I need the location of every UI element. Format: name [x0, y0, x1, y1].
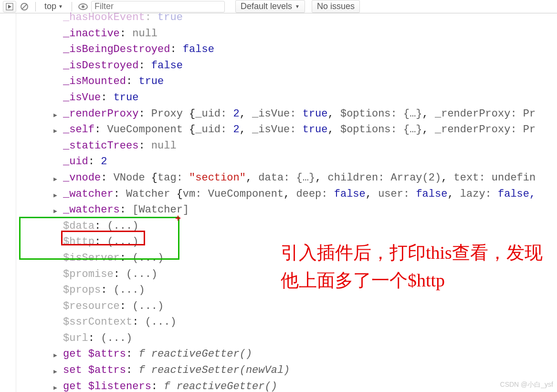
svg-point-5 — [82, 5, 84, 8]
property-value: 2 — [101, 156, 107, 168]
console-property-row[interactable]: $ssrContext: (...) — [16, 314, 557, 330]
console-property-row[interactable]: ▶_watcher: Watcher {vm: VueComponent, de… — [16, 186, 557, 202]
property-key: $props — [63, 284, 101, 296]
property-key: _isVue — [63, 92, 101, 104]
property-value: true — [158, 11, 183, 23]
getter-ellipsis[interactable]: (...) — [145, 316, 177, 328]
preview-key: lazy: — [460, 188, 498, 200]
console-property-row[interactable]: _isMounted: true — [16, 74, 557, 90]
preview-value: Pr — [523, 108, 536, 120]
property-key: _self — [63, 124, 95, 136]
console-property-row[interactable]: _isDestroyed: false — [16, 58, 557, 74]
property-key: _isMounted — [63, 75, 126, 87]
preview-key: _renderProxy: — [435, 124, 523, 136]
console-property-row[interactable]: ▶_self: VueComponent {_uid: 2, _isVue: t… — [16, 122, 557, 138]
svg-line-3 — [22, 4, 27, 9]
type-name: Proxy — [151, 108, 189, 120]
property-key: _hasHookEvent — [63, 11, 145, 23]
type-name: VNode — [114, 172, 151, 184]
console-property-row[interactable]: _inactive: null — [16, 26, 557, 42]
console-property-row[interactable]: ▶get $attrs: f reactiveGetter() — [16, 346, 557, 362]
preview-value: Array(2) — [391, 172, 441, 184]
expand-icon[interactable]: ▶ — [53, 348, 57, 364]
getter-ellipsis[interactable]: (...) — [107, 220, 138, 232]
console-output: _hasHookEvent: true_inactive: null_isBei… — [16, 10, 557, 392]
preview-value: "section" — [189, 172, 246, 184]
getter-ellipsis[interactable]: (...) — [107, 236, 138, 248]
expand-icon[interactable]: ▶ — [53, 380, 57, 392]
annotation-text: 引入插件后，打印this查看，发现他上面多了一个$http — [281, 239, 548, 294]
expand-icon[interactable]: ▶ — [53, 188, 57, 204]
property-value: false — [183, 43, 214, 55]
property-value: true — [138, 75, 164, 87]
preview-value: Pr — [523, 124, 536, 136]
console-property-row[interactable]: ▶_watchers: [Watcher] — [16, 202, 557, 218]
console-property-row[interactable]: ▶_vnode: VNode {tag: "section", data: {…… — [16, 170, 557, 186]
console-property-row[interactable]: _hasHookEvent: true — [16, 10, 557, 26]
console-property-row[interactable]: _isBeingDestroyed: false — [16, 42, 557, 58]
console-property-row[interactable]: $url: (...) — [16, 330, 557, 347]
property-key: _isBeingDestroyed — [63, 43, 170, 55]
getter-ellipsis[interactable]: (...) — [132, 300, 164, 312]
expand-icon[interactable]: ▶ — [53, 203, 57, 220]
watermark: CSDN @小白_ysf — [500, 381, 553, 389]
console-property-row[interactable]: _isVue: true — [16, 90, 557, 106]
console-property-row[interactable]: $resource: (...) — [16, 298, 557, 315]
property-key: _watcher — [63, 188, 114, 200]
preview-key: _isVue: — [252, 124, 303, 136]
getter-ellipsis[interactable]: (...) — [101, 332, 132, 344]
console-property-row[interactable]: ▶_renderProxy: Proxy {_uid: 2, _isVue: t… — [16, 106, 557, 122]
expand-icon[interactable]: ▶ — [53, 171, 57, 188]
svg-marker-1 — [8, 5, 11, 9]
property-key: $data — [63, 220, 95, 232]
console-property-row[interactable]: ▶get $listeners: f reactiveGetter() — [16, 379, 557, 392]
property-key: get $attrs — [63, 348, 126, 360]
property-key: $url — [63, 332, 88, 344]
preview-key: _uid: — [195, 108, 233, 120]
console-property-row[interactable]: ▶set $attrs: f reactiveSetter(newVal) — [16, 362, 557, 379]
property-key: $ssrContext — [63, 316, 132, 328]
property-key: $isServer — [63, 252, 120, 264]
preview-value: {…} — [403, 108, 422, 120]
property-value: false — [151, 60, 183, 72]
console-property-row[interactable]: _uid: 2 — [16, 154, 557, 170]
function-name: reactiveGetter() — [151, 348, 252, 360]
expand-icon[interactable]: ▶ — [53, 107, 57, 124]
left-gutter — [0, 13, 16, 392]
getter-ellipsis[interactable]: (...) — [126, 268, 158, 280]
red-plus-annotation: + — [175, 213, 181, 224]
preview-value: 2 — [233, 108, 239, 120]
expand-icon[interactable]: ▶ — [53, 123, 57, 139]
property-value: null — [132, 28, 158, 40]
property-key: _watchers — [63, 204, 120, 216]
preview-key: _renderProxy: — [435, 108, 523, 120]
getter-ellipsis[interactable]: (...) — [114, 284, 145, 296]
property-value: null — [151, 140, 177, 152]
property-key: set $attrs — [63, 364, 126, 376]
property-key: $promise — [63, 268, 114, 280]
preview-key: _uid: — [195, 124, 233, 136]
function-name: reactiveSetter(newVal) — [151, 364, 290, 376]
chevron-down-icon: ▼ — [295, 4, 300, 9]
getter-ellipsis[interactable]: (...) — [132, 252, 164, 264]
property-key: $resource — [63, 300, 120, 312]
property-key: _inactive — [63, 28, 120, 40]
property-key: get $listeners — [63, 381, 151, 392]
preview-value: false, — [498, 188, 536, 200]
function-icon: f — [164, 381, 176, 392]
property-key: _vnode — [63, 172, 101, 184]
console-property-row[interactable]: $data: (...) — [16, 218, 557, 234]
preview-value: false — [416, 188, 447, 200]
type-name: Watcher — [126, 188, 177, 200]
run-icon[interactable] — [3, 1, 16, 12]
console-property-row[interactable]: _staticTrees: null — [16, 138, 557, 154]
function-icon: f — [138, 348, 151, 360]
preview-value: {…} — [403, 124, 422, 136]
preview-value: false — [334, 188, 366, 200]
type-name: VueComponent — [107, 124, 189, 136]
preview-value: true — [303, 108, 328, 120]
preview-key: vm: — [183, 188, 208, 200]
function-icon: f — [138, 364, 151, 376]
expand-icon[interactable]: ▶ — [53, 364, 57, 380]
preview-value: true — [303, 124, 328, 136]
